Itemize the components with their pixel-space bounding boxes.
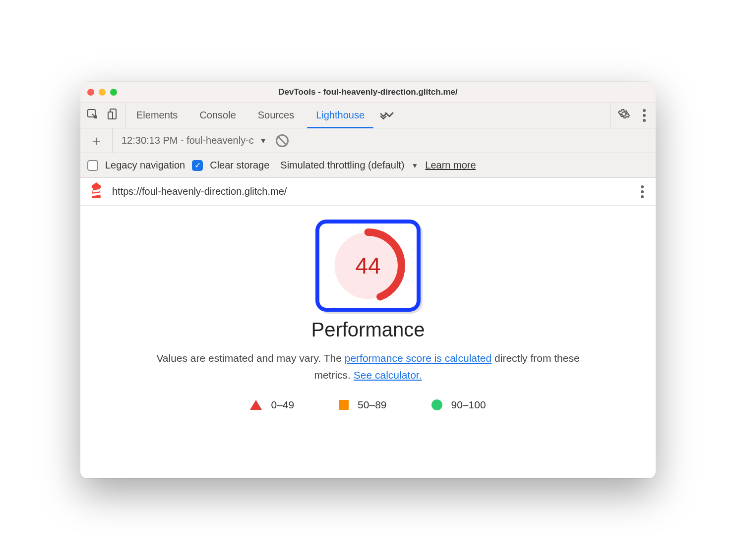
more-menu-icon[interactable] — [640, 109, 649, 122]
tab-lighthouse[interactable]: Lighthouse — [305, 103, 375, 128]
close-window-button[interactable] — [87, 89, 94, 96]
more-tabs-chevron-icon[interactable] — [375, 103, 396, 128]
desc-text-1: Values are estimated and may vary. The — [156, 352, 344, 364]
report-selector-label: 12:30:13 PM - foul-heavenly-c — [122, 135, 254, 146]
legend-fail-label: 0–49 — [271, 399, 294, 411]
performance-score-calc-link[interactable]: performance score is calculated — [345, 352, 491, 364]
tab-elements[interactable]: Elements — [125, 103, 188, 128]
learn-more-link[interactable]: Learn more — [425, 160, 476, 171]
legend-average-label: 50–89 — [358, 399, 386, 411]
report-url: https://foul-heavenly-direction.glitch.m… — [112, 186, 629, 197]
clear-storage-label: Clear storage — [210, 160, 269, 171]
maximize-window-button[interactable] — [110, 89, 117, 96]
tab-sources[interactable]: Sources — [247, 103, 305, 128]
device-toolbar-icon[interactable] — [107, 108, 119, 122]
report-url-row: https://foul-heavenly-direction.glitch.m… — [80, 178, 656, 206]
svg-rect-2 — [108, 112, 113, 119]
score-highlight-box: 44 — [315, 220, 421, 312]
panel-tabs: Elements Console Sources Lighthouse — [125, 103, 611, 128]
legacy-navigation-label: Legacy navigation — [105, 160, 185, 171]
legend-pass-label: 90–100 — [451, 399, 486, 411]
score-legend: 0–49 50–89 90–100 — [250, 399, 486, 411]
devtools-window: DevTools - foul-heavenly-direction.glitc… — [80, 82, 656, 478]
clear-reports-icon[interactable] — [276, 134, 289, 147]
dropdown-triangle-icon: ▼ — [411, 162, 418, 169]
see-calculator-link[interactable]: See calculator. — [354, 369, 422, 381]
performance-score-value: 44 — [331, 228, 405, 303]
legend-pass: 90–100 — [431, 399, 486, 411]
performance-description: Values are estimated and may vary. The p… — [155, 350, 581, 383]
performance-score-gauge[interactable]: 44 — [331, 228, 405, 303]
throttling-selector[interactable]: Simulated throttling (default) ▼ — [280, 160, 418, 171]
report-main: 44 Performance Values are estimated and … — [80, 206, 656, 478]
lighthouse-logo-icon — [89, 182, 103, 201]
devtools-tabs-bar: Elements Console Sources Lighthouse — [80, 103, 656, 128]
legend-average: 50–89 — [339, 399, 386, 411]
lighthouse-secondary-bar: ＋ 12:30:13 PM - foul-heavenly-c ▼ — [80, 128, 656, 153]
report-selector[interactable]: 12:30:13 PM - foul-heavenly-c ▼ — [122, 135, 267, 146]
tab-console[interactable]: Console — [188, 103, 246, 128]
legacy-navigation-checkbox[interactable] — [87, 160, 98, 171]
tabs-right-actions — [611, 103, 656, 128]
performance-category-title: Performance — [311, 319, 425, 341]
minimize-window-button[interactable] — [99, 89, 106, 96]
throttling-label: Simulated throttling (default) — [280, 160, 404, 171]
legend-fail: 0–49 — [250, 399, 294, 411]
circle-green-icon — [431, 399, 442, 410]
report-menu-icon[interactable] — [638, 185, 647, 198]
window-title: DevTools - foul-heavenly-direction.glitc… — [80, 87, 656, 97]
dropdown-triangle-icon: ▼ — [260, 137, 267, 145]
settings-gear-icon[interactable] — [618, 108, 630, 122]
inspect-element-icon[interactable] — [86, 108, 98, 122]
triangle-red-icon — [250, 400, 262, 410]
lighthouse-options-bar: Legacy navigation ✓ Clear storage Simula… — [80, 153, 656, 178]
inspect-tools — [80, 103, 125, 128]
traffic-lights — [80, 89, 117, 96]
square-orange-icon — [339, 400, 349, 410]
new-report-button[interactable]: ＋ — [86, 128, 113, 153]
clear-storage-checkbox[interactable]: ✓ — [192, 160, 203, 171]
window-titlebar: DevTools - foul-heavenly-direction.glitc… — [80, 82, 656, 103]
